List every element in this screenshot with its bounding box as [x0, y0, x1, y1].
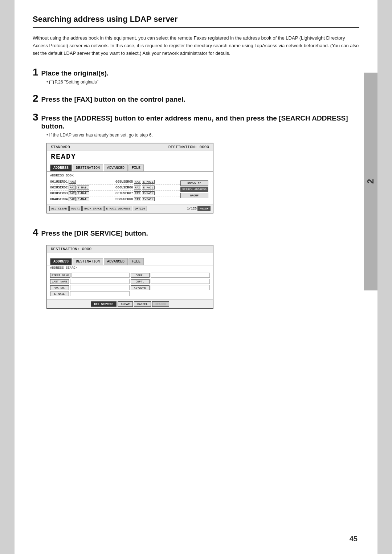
dept-input[interactable]	[151, 279, 210, 284]
step-3-sub-note: If the LDAP server has already been set,…	[46, 133, 359, 138]
last-name-label: LAST NAME	[50, 279, 69, 284]
step-1-text: Place the original(s).	[41, 69, 109, 77]
last-name-row: LAST NAME	[50, 279, 130, 284]
screen1-standard: STANDARD	[51, 145, 70, 149]
screen1-body: ADDRESS BOOK 001USER01 FAX 002US	[47, 172, 213, 204]
screen1-users-area: 001USER01 FAX 002USER02 FAX E-MAIL 003US…	[50, 179, 180, 202]
screen1-mockup: STANDARD DESTINATION: 0000 READY ADDRESS…	[46, 143, 213, 213]
email-label: E-MAIL	[50, 292, 69, 296]
dept-label: DEPT.	[131, 279, 150, 284]
section-title: Searching address using LDAP server	[33, 15, 359, 24]
keyword-row: KEYWORD	[131, 285, 210, 290]
dept-row: DEPT.	[131, 279, 210, 284]
step-2-title: 2 Press the [FAX] button on the control …	[33, 93, 359, 103]
step-2-number: 2	[33, 93, 38, 103]
screen1-ready: READY	[47, 151, 213, 163]
fax-no-row: FAX NO.	[50, 285, 130, 290]
table-row: 004USER04 FAX E-MAIL	[50, 196, 115, 202]
search-fields-left: FIRST NAME LAST NAME FAX NO. E-MAIL	[50, 273, 130, 297]
keyword-label: KEYWORD	[131, 285, 150, 290]
table-row: 007USER07 FAX E-MAIL	[115, 191, 180, 196]
intro-paragraph: Without using the address book in this e…	[33, 34, 359, 57]
screen2-tab-address[interactable]: ADDRESS	[50, 258, 72, 265]
step-3-text: Press the [ADDRESS] button to enter addr…	[41, 114, 359, 130]
all-clear-button[interactable]: ALL CLEAR	[49, 206, 69, 211]
screen2-tab-destination[interactable]: DESTINATION	[73, 258, 103, 265]
step-1-title: 1 Place the original(s).	[33, 67, 359, 77]
first-name-label: FIRST NAME	[50, 273, 70, 278]
backspace-button[interactable]: BACK SPACE	[82, 206, 103, 211]
screen1-users-left: 001USER01 FAX 002USER02 FAX E-MAIL 003US…	[50, 179, 115, 202]
table-row: 001USER01 FAX	[50, 179, 115, 185]
screen1-tab-file[interactable]: FILE	[128, 164, 144, 171]
step-4-number: 4	[33, 227, 38, 237]
step-4-text: Press the [DIR SERVICE] button.	[41, 229, 148, 237]
step-4: 4 Press the [DIR SERVICE] button. DESTIN…	[33, 227, 359, 314]
step-2-text: Press the [FAX] button on the control pa…	[41, 95, 185, 103]
chapter-tab: 2	[364, 73, 377, 290]
screen1-main-area: 001USER01 FAX 002USER02 FAX E-MAIL 003US…	[50, 179, 210, 202]
keyword-input[interactable]	[151, 285, 210, 290]
multi-button[interactable]: MULTI	[69, 206, 82, 211]
screen1-bottom-bar: ALL CLEAR MULTI BACK SPACE E-MAIL ADDRES…	[47, 204, 213, 213]
page-number: 45	[350, 535, 358, 543]
email-address-button[interactable]: E-MAIL ADDRESS	[104, 206, 132, 211]
table-row: 005USER05 FAX E-MAIL	[115, 179, 180, 185]
step-1: 1 Place the original(s). P.26 "Setting o…	[33, 67, 359, 85]
step-3-title: 3 Press the [ADDRESS] button to enter ad…	[33, 112, 359, 130]
step-2: 2 Press the [FAX] button on the control …	[33, 93, 359, 103]
fax-no-label: FAX NO.	[50, 285, 69, 290]
email-row: E-MAIL	[50, 291, 130, 296]
section-header: Searching address using LDAP server	[33, 15, 359, 28]
step-1-number: 1	[33, 67, 38, 77]
first-name-row: FIRST NAME	[50, 273, 130, 278]
email-input[interactable]	[70, 291, 130, 296]
table-row: 006USER06 FAX E-MAIL	[115, 185, 180, 191]
screen1-address-book-label: ADDRESS BOOK	[50, 174, 210, 178]
page-indicator: 1/125	[187, 207, 197, 211]
search-button[interactable]: SEARCH	[152, 301, 169, 307]
fax-no-input[interactable]	[70, 285, 130, 290]
screen2-form-label: ADDRESS SEARCH	[47, 265, 213, 270]
corp-input[interactable]	[151, 273, 210, 278]
search-form-grid: FIRST NAME LAST NAME FAX NO. E-MAIL	[50, 273, 210, 297]
search-fields-right: CORP. DEPT. KEYWORD	[131, 273, 210, 297]
first-name-input[interactable]	[72, 273, 129, 278]
screen2-destination: DESTINATION: 0000	[51, 247, 91, 251]
corp-label: CORP.	[131, 273, 150, 278]
screen1-destination: DESTINATION: 0000	[168, 145, 209, 149]
search-address-button[interactable]: SEARCH ADDRESS	[180, 187, 208, 192]
screen1-top-bar: STANDARD DESTINATION: 0000	[47, 143, 213, 151]
table-row: 002USER02 FAX E-MAIL	[50, 185, 115, 191]
clear-button[interactable]: CLEAR	[118, 301, 133, 307]
table-row: 008USER08 FAX E-MAIL	[115, 196, 180, 202]
screen2-mockup: DESTINATION: 0000 ADDRESS DESTINATION AD…	[46, 245, 213, 309]
option-button[interactable]: OPTION	[133, 206, 147, 211]
group-button[interactable]: GROUP	[180, 193, 208, 198]
screen1-tab-advanced[interactable]: ADVANCED	[104, 164, 128, 171]
screen2-tab-advanced[interactable]: ADVANCED	[104, 258, 128, 265]
last-name-input[interactable]	[70, 279, 130, 284]
screen2-top-bar: DESTINATION: 0000	[47, 245, 213, 253]
known-id-button[interactable]: KNOWN ID	[180, 180, 208, 186]
step-1-note: P.26 "Setting originals"	[46, 80, 359, 85]
step-3: 3 Press the [ADDRESS] button to enter ad…	[33, 112, 359, 219]
screen1-users-right: 005USER05 FAX E-MAIL 006USER06 FAX E-MAI…	[115, 179, 180, 202]
screen1-users-grid: 001USER01 FAX 002USER02 FAX E-MAIL 003US…	[50, 179, 180, 202]
screen1-tab-address[interactable]: ADDRESS	[50, 164, 72, 171]
screen2-tabs: ADDRESS DESTINATION ADVANCED FILE	[47, 257, 213, 265]
screen2-bottom-bar: DIR SERVICE CLEAR CANCEL SEARCH	[47, 300, 213, 308]
table-row: 003USER03 FAX E-MAIL	[50, 191, 115, 196]
screen1-right-buttons: KNOWN ID SEARCH ADDRESS GROUP	[180, 179, 210, 202]
cancel-button[interactable]: CANCEL	[134, 301, 151, 307]
step-4-title: 4 Press the [DIR SERVICE] button.	[33, 227, 359, 237]
dir-service-button[interactable]: DIR SERVICE	[91, 301, 117, 307]
screen2-search-form: FIRST NAME LAST NAME FAX NO. E-MAIL	[47, 270, 213, 300]
screen2-tab-file[interactable]: FILE	[128, 258, 144, 265]
step-3-number: 3	[33, 112, 38, 122]
corp-row: CORP.	[131, 273, 210, 278]
chapter-number: 2	[366, 179, 376, 184]
next-button[interactable]: Next▶	[197, 206, 211, 211]
screen1-tabs: ADDRESS DESTINATION ADVANCED FILE	[47, 163, 213, 172]
screen1-tab-destination[interactable]: DESTINATION	[73, 164, 103, 171]
